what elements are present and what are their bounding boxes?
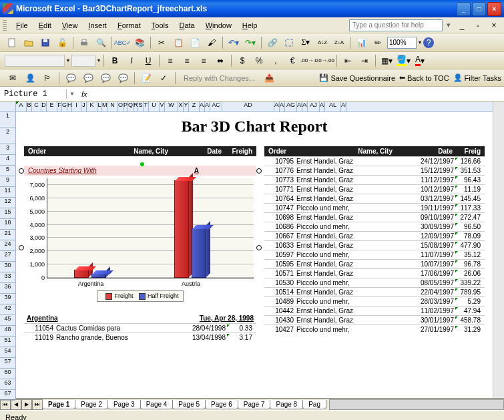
comment-show-icon[interactable]: 💬: [115, 71, 130, 85]
col-header[interactable]: AH: [297, 101, 302, 112]
row-header[interactable]: 18: [0, 219, 15, 230]
select-all-button[interactable]: [0, 101, 15, 112]
hyperlink-button[interactable]: 🔗: [265, 35, 280, 50]
row-header[interactable]: 54: [0, 347, 15, 358]
zoom-field[interactable]: [387, 37, 417, 49]
col-header[interactable]: AG: [285, 101, 297, 112]
sheet-tab[interactable]: Page 8: [270, 400, 303, 409]
filter-tasks-button[interactable]: 👤Filter Tasks: [453, 73, 501, 82]
handle-icon[interactable]: [140, 162, 144, 166]
research-button[interactable]: 📚: [132, 35, 147, 50]
help-button[interactable]: ?: [423, 37, 434, 48]
col-header[interactable]: AD: [222, 101, 274, 112]
sheet-tab[interactable]: Page 1: [42, 400, 75, 409]
sheet-tab[interactable]: Page 6: [205, 400, 238, 409]
font-size-select[interactable]: [71, 55, 95, 67]
col-header[interactable]: AJ: [308, 101, 320, 112]
row-header[interactable]: 51: [0, 337, 15, 347]
decrease-indent-button[interactable]: ⇤: [340, 53, 355, 68]
tab-last-button[interactable]: ⏭: [32, 399, 43, 410]
col-header[interactable]: L: [97, 101, 102, 112]
tab-next-button[interactable]: ▶: [21, 399, 32, 410]
borders-button[interactable]: ▦▾: [379, 53, 394, 68]
col-header[interactable]: O: [118, 101, 123, 112]
minimize-button[interactable]: _: [457, 2, 471, 16]
currency-button[interactable]: $: [235, 53, 250, 68]
doc-restore-button[interactable]: ▫: [471, 18, 485, 33]
bold-button[interactable]: B: [107, 53, 122, 68]
col-header[interactable]: AF: [280, 101, 285, 112]
sort-asc-button[interactable]: A↓Z: [315, 35, 330, 50]
chart-wizard-button[interactable]: 📊: [354, 35, 368, 50]
permission-button[interactable]: 🔓: [55, 35, 69, 50]
font-name-select[interactable]: [5, 55, 65, 67]
accept-change-icon[interactable]: ✓: [156, 71, 171, 85]
redo-button[interactable]: ↷▾: [243, 35, 258, 50]
save-questionnaire-button[interactable]: 💾Save Questionnaire: [319, 73, 395, 82]
col-header[interactable]: K: [87, 101, 97, 112]
merge-center-button[interactable]: ⬌: [213, 53, 228, 68]
col-header[interactable]: AC: [210, 101, 222, 112]
col-header[interactable]: X: [178, 101, 184, 112]
fx-label[interactable]: fx: [77, 90, 91, 98]
toolbar-grip-icon[interactable]: [3, 20, 7, 31]
col-header[interactable]: H: [67, 101, 72, 112]
row-header[interactable]: 33: [0, 272, 15, 283]
sheet-tab[interactable]: Page 4: [140, 400, 174, 409]
euro-button[interactable]: €: [285, 53, 300, 68]
menu-tools[interactable]: Tools: [146, 20, 174, 31]
print-preview-button[interactable]: 🔍: [93, 35, 108, 50]
new-button[interactable]: [5, 35, 19, 50]
maximize-button[interactable]: □: [472, 2, 486, 16]
menu-insert[interactable]: Insert: [83, 20, 112, 31]
bar-chart[interactable]: 01,0002,0003,0004,0005,0006,0007,000Arge…: [24, 178, 256, 312]
col-header[interactable]: J: [81, 101, 87, 112]
col-header[interactable]: AK: [320, 101, 325, 112]
col-header[interactable]: AM: [341, 101, 346, 112]
vertical-scrollbar[interactable]: [493, 101, 504, 398]
row-header[interactable]: 11: [0, 187, 15, 198]
menu-file[interactable]: File: [11, 20, 33, 31]
row-header[interactable]: 45: [0, 315, 15, 326]
comma-button[interactable]: ,: [268, 53, 283, 68]
print-button[interactable]: [77, 35, 91, 50]
menu-view[interactable]: View: [57, 20, 83, 31]
row-header[interactable]: 63: [0, 379, 15, 390]
back-to-toc-button[interactable]: ⬅Back to TOC: [399, 73, 449, 82]
comment-new-icon[interactable]: 💬: [98, 71, 113, 85]
col-header[interactable]: S: [138, 101, 144, 112]
col-header[interactable]: E: [47, 101, 57, 112]
flag-icon[interactable]: 🏳: [40, 71, 55, 85]
col-header[interactable]: AL: [325, 101, 341, 112]
sort-desc-button[interactable]: Z↓A: [332, 35, 346, 50]
row-header[interactable]: 5: [0, 166, 15, 176]
copy-button[interactable]: 📋: [171, 35, 186, 50]
format-painter-button[interactable]: 🖌: [204, 35, 219, 50]
col-header[interactable]: T: [144, 101, 149, 112]
sheet-tab[interactable]: Page 7: [238, 400, 271, 409]
envelope-icon[interactable]: ✉: [5, 71, 20, 85]
row-header[interactable]: 39: [0, 294, 15, 304]
doc-minimize-button[interactable]: _: [455, 18, 469, 33]
percent-button[interactable]: %: [252, 53, 266, 68]
row-header[interactable]: 1: [0, 112, 15, 128]
col-header[interactable]: AE: [274, 101, 280, 112]
menu-window[interactable]: Window: [200, 20, 237, 31]
recipient-icon[interactable]: 👤: [23, 71, 37, 85]
italic-button[interactable]: I: [124, 53, 139, 68]
undo-button[interactable]: ↶▾: [226, 35, 241, 50]
col-header[interactable]: F: [57, 101, 62, 112]
select-button[interactable]: [282, 35, 296, 50]
row-header[interactable]: 24: [0, 240, 15, 251]
row-header[interactable]: 21: [0, 230, 15, 240]
row-header[interactable]: 12: [0, 198, 15, 208]
col-header[interactable]: G: [62, 101, 67, 112]
sheet-tab[interactable]: Page 2: [75, 400, 108, 409]
name-box[interactable]: Picture 1: [0, 89, 67, 99]
cut-button[interactable]: ✂: [154, 35, 169, 50]
col-header[interactable]: B: [27, 101, 32, 112]
col-header[interactable]: P: [123, 101, 128, 112]
col-header[interactable]: AB: [205, 101, 210, 112]
align-right-button[interactable]: ≡: [196, 53, 211, 68]
font-color-button[interactable]: A▾: [413, 53, 427, 68]
